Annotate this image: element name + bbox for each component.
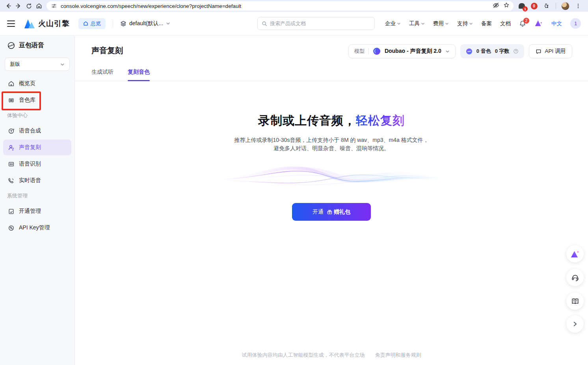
chevron-down-icon: [469, 22, 473, 26]
adblock-extension-icon[interactable]: 0: [530, 2, 538, 10]
menu-label: 支持: [457, 20, 468, 27]
menu-support[interactable]: 支持: [457, 20, 473, 27]
sidebar-item-voice-library[interactable]: 音色库: [3, 92, 71, 108]
sidebar-section-experience: 体验中心: [0, 109, 74, 122]
api-button-label: API 调用: [545, 48, 566, 55]
sidebar-item-asr[interactable]: 语音识别: [3, 156, 71, 172]
ai-assistant-nav-icon[interactable]: [534, 19, 543, 28]
tab-clone-voice[interactable]: 复刻音色: [128, 69, 150, 81]
activate-button[interactable]: 开通 赠礼包: [292, 203, 371, 221]
help-icon[interactable]: [513, 48, 519, 54]
language-switch[interactable]: 中文: [551, 20, 562, 27]
model-label: 模型: [354, 48, 365, 55]
search-icon: [262, 21, 267, 26]
tab-bar: 生成试听 复刻音色: [75, 69, 588, 81]
hero-title: 录制或上传音频，轻松复刻: [75, 113, 588, 129]
voice-library-icon: [7, 96, 15, 104]
api-key-icon: [7, 224, 15, 232]
footer: 试用体验内容均由人工智能模型生成，不代表平台立场 免责声明和服务规则: [75, 352, 588, 359]
hero-section: 录制或上传音频，轻松复刻 推荐上传或录制10-30s音频，上传支持小于 8M 的…: [75, 113, 588, 221]
notification-badge: 2: [523, 18, 529, 24]
menu-docs[interactable]: 文档: [500, 20, 511, 27]
sidebar-item-voice-clone[interactable]: 声音复刻: [3, 140, 71, 155]
browser-profile-avatar[interactable]: [561, 2, 569, 10]
support-float-button[interactable]: [566, 269, 584, 286]
page-title: 声音复刻: [91, 44, 123, 56]
user-avatar[interactable]: 1: [570, 18, 581, 29]
hero-title-plain: 录制或上传音频，: [258, 114, 356, 127]
site-settings-icon[interactable]: [50, 2, 58, 9]
gift-icon: [327, 209, 332, 214]
bookmark-star-icon[interactable]: [503, 2, 510, 10]
sidebar-item-label: 语音识别: [19, 160, 41, 168]
chevron-down-icon: [166, 21, 170, 26]
volcengine-mountain-icon: [24, 19, 35, 29]
nav-divider: [113, 20, 113, 27]
sidebar-item-label: API Key管理: [19, 224, 50, 231]
browser-forward-icon[interactable]: [13, 1, 24, 11]
extension-icon[interactable]: 1: [517, 2, 526, 10]
menu-billing[interactable]: 费用: [433, 20, 449, 27]
adblock-glyph: 0: [531, 3, 538, 9]
menu-label: 文档: [500, 20, 511, 27]
menu-label: 工具: [409, 20, 420, 27]
hero-desc-line2: 避免多人对话、明显杂音、噪音、混响等情况。: [75, 144, 588, 153]
notifications-button[interactable]: 2: [519, 20, 526, 27]
privacy-eye-off-icon[interactable]: [493, 2, 499, 10]
project-selector[interactable]: default(默认...: [120, 20, 170, 27]
hamburger-menu-icon[interactable]: [7, 20, 15, 27]
extensions-puzzle-icon[interactable]: [542, 2, 551, 10]
browser-refresh-icon[interactable]: [24, 1, 34, 11]
chevron-down-icon: [60, 62, 65, 67]
book-icon: [571, 297, 579, 305]
search-input[interactable]: [270, 20, 370, 26]
collapse-float-button[interactable]: [566, 315, 584, 333]
sidebar-item-api-key[interactable]: API Key管理: [3, 220, 71, 236]
footer-terms-link[interactable]: 免责声明和服务规则: [375, 352, 421, 359]
browser-address-bar[interactable]: console.volcengine.com/speech/new/experi…: [47, 1, 514, 11]
chevron-down-icon: [445, 22, 449, 26]
browser-home-icon[interactable]: [34, 1, 44, 11]
global-search[interactable]: [257, 17, 375, 30]
quota-stats[interactable]: 0 音色 0 字数: [460, 44, 525, 58]
menu-tools[interactable]: 工具: [409, 20, 425, 27]
docs-float-button[interactable]: [566, 292, 584, 310]
tab-generate-preview[interactable]: 生成试听: [91, 69, 114, 81]
footer-disclaimer: 试用体验内容均由人工智能模型生成，不代表平台立场: [242, 352, 365, 359]
hero-description: 推荐上传或录制10-30s音频，上传支持小于 8M 的 wav、mp3、m4a …: [75, 136, 588, 153]
sidebar-item-activation[interactable]: 开通管理: [3, 203, 71, 219]
home-icon: [7, 80, 15, 88]
headset-icon: [571, 274, 579, 282]
activation-doc-icon: [7, 207, 15, 215]
sidebar-item-label: 开通管理: [19, 208, 41, 215]
sidebar: 豆包语音 新版 概览页 音色库 体验中心 语音合成 声音复刻 语音识别 实时语音…: [0, 35, 75, 365]
sidebar-section-system: 系统管理: [0, 189, 74, 203]
chevron-right-icon: [572, 321, 578, 327]
overview-button[interactable]: 总览: [78, 18, 106, 29]
version-select[interactable]: 新版: [5, 58, 70, 71]
model-selector[interactable]: 模型 Doubao - 声音复刻 2.0: [348, 44, 456, 58]
hero-desc-line1: 推荐上传或录制10-30s音频，上传支持小于 8M 的 wav、mp3、m4a …: [75, 136, 588, 144]
hero-title-accent: 轻松复刻: [356, 114, 405, 127]
api-call-button[interactable]: API 调用: [529, 44, 572, 58]
menu-icp[interactable]: 备案: [481, 20, 492, 27]
gift-label: 赠礼包: [334, 209, 350, 216]
voice-clone-icon: [7, 143, 15, 151]
url-text[interactable]: console.volcengine.com/speech/new/experi…: [61, 3, 493, 9]
ai-assistant-float-button[interactable]: [566, 245, 584, 263]
volcengine-logo[interactable]: 火山引擎: [24, 19, 70, 29]
api-chat-icon: [536, 48, 541, 54]
sidebar-item-overview[interactable]: 概览页: [3, 76, 71, 91]
menu-enterprise[interactable]: 企业: [385, 20, 401, 27]
phone-voice-icon: [7, 177, 15, 184]
browser-back-icon[interactable]: [3, 1, 13, 11]
sidebar-item-realtime-voice[interactable]: 实时语音: [3, 173, 71, 188]
product-name: 豆包语音: [19, 41, 44, 50]
sidebar-item-tts[interactable]: 语音合成: [3, 123, 71, 139]
chevron-down-icon: [445, 49, 450, 54]
browser-menu-icon[interactable]: [573, 1, 583, 11]
quota-icon: [466, 48, 473, 55]
model-value: Doubao - 声音复刻 2.0: [385, 48, 441, 55]
logo-text: 火山引擎: [38, 19, 70, 29]
toolbar-divider: [556, 3, 556, 9]
